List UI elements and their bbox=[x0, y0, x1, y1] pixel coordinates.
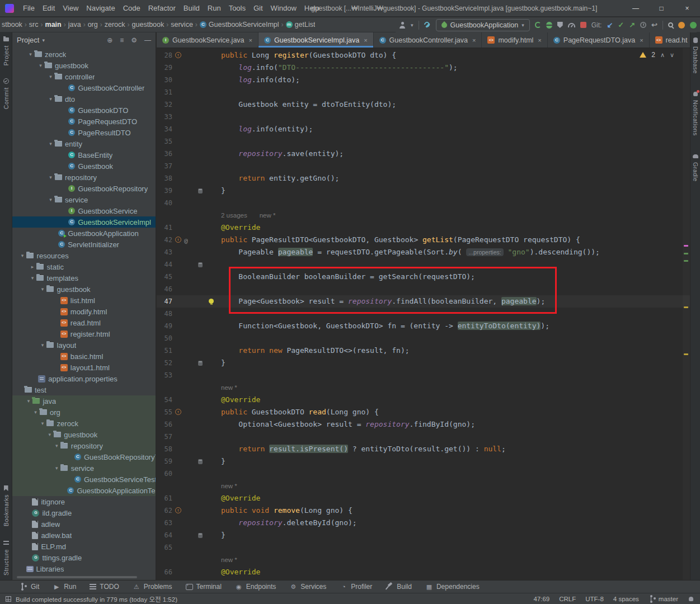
chevron-down-icon[interactable]: ▾ bbox=[39, 421, 46, 426]
menu-window[interactable]: Window bbox=[267, 0, 300, 17]
tree-item-GuestbookServiceImpl[interactable]: CGuestbookServiceImpl bbox=[12, 216, 156, 228]
toolwindow-button-build[interactable]: Build bbox=[379, 581, 418, 593]
tree-item-adlew[interactable]: adlew bbox=[12, 518, 156, 530]
editor-line-43[interactable]: 43 Pageable pageable = requestDTO.getPag… bbox=[157, 246, 690, 258]
line-separator[interactable]: CRLF bbox=[559, 596, 576, 602]
toolwindow-switcher-icon[interactable] bbox=[6, 596, 11, 602]
fold-marker-icon[interactable] bbox=[198, 361, 203, 366]
chevron-down-icon[interactable]: ▾ bbox=[47, 141, 54, 147]
intention-bulb-icon[interactable] bbox=[209, 299, 214, 304]
editor-line-36[interactable]: 36 repository.save(entity); bbox=[157, 148, 690, 160]
editor-line-57[interactable]: 57 bbox=[157, 431, 690, 443]
tree-item-GuestbookServiceTests[interactable]: CGuestbookServiceTests bbox=[12, 474, 156, 485]
editor-line-56[interactable]: 56 Optional<Guestbook> result = reposito… bbox=[157, 418, 690, 431]
fold-marker-icon[interactable] bbox=[198, 533, 203, 538]
tree-item-GuestbookService[interactable]: IGuestbookService bbox=[12, 205, 156, 216]
tree-item-GuestbookApplication[interactable]: CGuestbookApplication bbox=[12, 228, 156, 239]
tree-item-ServletInitializer[interactable]: CServletInitializer bbox=[12, 239, 156, 250]
toolwindow-button-problems[interactable]: ⚠Problems bbox=[126, 581, 178, 593]
collapse-all-icon[interactable]: ≡ bbox=[120, 36, 124, 44]
tree-item-guestbook[interactable]: ▾guestbook bbox=[12, 284, 156, 295]
tree-item-register.html[interactable]: <>register.html bbox=[12, 328, 156, 339]
menu-tools[interactable]: Tools bbox=[225, 0, 250, 17]
chevron-down-icon[interactable]: ▾ bbox=[53, 443, 60, 449]
close-icon[interactable]: × bbox=[249, 37, 252, 44]
close-icon[interactable]: × bbox=[364, 37, 367, 44]
tree-item-PageResultDTO[interactable]: CPageResultDTO bbox=[12, 127, 156, 138]
toolwindow-button-todo[interactable]: TODO bbox=[83, 581, 125, 593]
chevron-down-icon[interactable]: ▾ bbox=[47, 197, 54, 202]
editor-line-42[interactable]: 42↑@public PageResultDTO<GuestbookDTO, G… bbox=[157, 234, 690, 246]
toolwindow-button-terminal[interactable]: Terminal bbox=[180, 581, 228, 593]
editor-line-61[interactable]: 61@Override bbox=[157, 492, 690, 504]
usages-hint[interactable]: new * bbox=[221, 556, 237, 563]
breadcrumb-item[interactable]: main bbox=[45, 21, 62, 29]
tree-item-Libraries[interactable]: Libraries bbox=[12, 563, 156, 574]
menu-file[interactable]: File bbox=[19, 0, 39, 17]
chevron-down-icon[interactable]: ▾ bbox=[32, 409, 39, 415]
close-icon[interactable]: × bbox=[538, 37, 541, 44]
chevron-down-icon[interactable]: ▾ bbox=[25, 398, 32, 404]
tree-item-adlew.bat[interactable]: adlew.bat bbox=[12, 530, 156, 541]
tool-stripe-button-gradle[interactable]: Gradle bbox=[692, 153, 699, 182]
editor-line-28[interactable]: 28↑public Long register(GuestbookDTO dto… bbox=[157, 49, 690, 62]
menu-navigate[interactable]: Navigate bbox=[82, 0, 119, 17]
locate-file-icon[interactable]: ⊕ bbox=[107, 36, 112, 44]
editor-line-29[interactable]: 29 log.info("DTO------------------------… bbox=[157, 62, 690, 74]
editor-line-40[interactable]: 40 bbox=[157, 197, 690, 209]
horizontal-scrollbar[interactable] bbox=[17, 576, 137, 578]
error-stripe-mark[interactable] bbox=[684, 260, 688, 262]
close-icon[interactable]: × bbox=[674, 0, 700, 17]
tool-stripe-button-database[interactable]: Database bbox=[692, 37, 699, 74]
chevron-down-icon[interactable]: ▾ bbox=[37, 63, 44, 68]
build-project-icon[interactable] bbox=[424, 22, 431, 29]
editor-line-59[interactable]: 59} bbox=[157, 455, 690, 468]
toolwindow-button-profiler[interactable]: ◔Profiler bbox=[333, 581, 378, 593]
tree-item-guestbook[interactable]: ▾guestbook bbox=[12, 60, 156, 71]
error-stripe-mark[interactable] bbox=[684, 253, 688, 254]
chevron-down-icon[interactable]: ▾ bbox=[46, 432, 53, 437]
updates-available-icon[interactable] bbox=[678, 22, 685, 29]
tree-item-read.html[interactable]: <>read.html bbox=[12, 317, 156, 328]
chevron-down-icon[interactable]: ▾ bbox=[47, 74, 54, 79]
editor-line-49[interactable]: 49 Function<Guestbook, GuestbookDTO> fn … bbox=[157, 320, 690, 332]
chevron-down-icon[interactable]: ▾ bbox=[53, 465, 60, 471]
fold-marker-icon[interactable] bbox=[198, 262, 203, 267]
editor-line-58[interactable]: 58 return result.isPresent() ? entityToD… bbox=[157, 443, 690, 455]
fold-marker-icon[interactable] bbox=[198, 188, 203, 194]
tree-item-layout1.html[interactable]: <>layout1.html bbox=[12, 362, 156, 373]
override-marker-icon[interactable]: ↑ bbox=[175, 507, 181, 513]
toolwindow-button-dependencies[interactable]: ▦Dependencies bbox=[419, 581, 486, 593]
menu-edit[interactable]: Edit bbox=[39, 0, 59, 17]
editor-line-38[interactable]: 38 return entity.getGno(); bbox=[157, 172, 690, 185]
chevron-down-icon[interactable]: ▾ bbox=[47, 96, 54, 102]
editor-line-41[interactable]: 41@Override bbox=[157, 221, 690, 234]
chevron-right-icon[interactable]: ▸ bbox=[29, 264, 36, 270]
tree-item-repository[interactable]: ▾repository bbox=[12, 440, 156, 451]
toolwindow-button-endpoints[interactable]: ◉Endpoints bbox=[229, 581, 282, 593]
prev-problem-icon[interactable]: ∧ bbox=[660, 51, 665, 59]
tree-item-PageRequestDTO[interactable]: CPageRequestDTO bbox=[12, 116, 156, 127]
editor-line-39[interactable]: 39} bbox=[157, 185, 690, 197]
tree-item-BaseEntity[interactable]: CBaseEntity bbox=[12, 149, 156, 161]
tree-item-ttings.gradle[interactable]: Gttings.gradle bbox=[12, 552, 156, 563]
breadcrumb-item[interactable]: stbook bbox=[2, 21, 22, 29]
editor-line-62[interactable]: 62↑public void remove(Long gno) { bbox=[157, 504, 690, 517]
chevron-down-icon[interactable]: ▾ bbox=[42, 37, 45, 43]
tree-item-modify.html[interactable]: <>modify.html bbox=[12, 306, 156, 317]
gear-icon[interactable]: ⚙ bbox=[131, 36, 137, 44]
breadcrumb-item[interactable]: org bbox=[88, 21, 98, 29]
tree-item-zerock[interactable]: ▾zerock bbox=[12, 418, 156, 429]
maximize-icon[interactable]: □ bbox=[649, 0, 674, 17]
editor-line-54[interactable]: 54@Override bbox=[157, 394, 690, 406]
editor-line-64[interactable]: 64} bbox=[157, 529, 690, 541]
user-icon[interactable] bbox=[399, 22, 406, 29]
tool-stripe-button-notifications[interactable]: Notifications bbox=[692, 91, 699, 136]
chevron-down-icon[interactable]: ▾ bbox=[29, 275, 36, 281]
next-problem-icon[interactable]: ∨ bbox=[670, 51, 674, 59]
editor-line-60[interactable]: 60 bbox=[157, 468, 690, 480]
tree-item-GuestbookController[interactable]: CGuestbookController bbox=[12, 82, 156, 93]
toolwindow-button-git[interactable]: Git bbox=[13, 581, 45, 593]
menu-build[interactable]: Build bbox=[180, 0, 204, 17]
notifications-icon[interactable] bbox=[688, 596, 694, 602]
